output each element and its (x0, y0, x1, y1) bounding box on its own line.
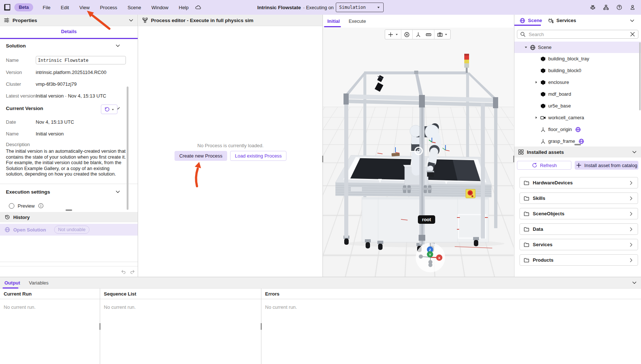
field-label: Date (6, 119, 36, 125)
translation-gizmo[interactable]: Z Y X (416, 243, 445, 272)
version-value: intrinsic.platform.20251104.RC00 (36, 70, 106, 75)
column-resize-handle[interactable] (261, 323, 262, 330)
undo-icon[interactable] (120, 269, 126, 275)
tab-label: Services (556, 18, 576, 23)
help-button[interactable] (614, 3, 624, 12)
info-icon[interactable] (38, 203, 44, 209)
gizmo-handle (429, 263, 433, 267)
solution-section-header[interactable]: Solution (0, 43, 138, 49)
collapse-panel-button[interactable] (629, 18, 635, 24)
viewport-right-resize-handle[interactable] (513, 156, 514, 162)
asset-category-data[interactable]: Data (520, 223, 638, 235)
restore-version-button[interactable] (101, 105, 117, 114)
video-camera-icon (540, 115, 546, 121)
assets-grid-icon (518, 149, 524, 155)
asset-category-products[interactable]: Products (520, 254, 638, 266)
workcell-scene[interactable]: Z Y X (323, 15, 514, 277)
panel-resize-handle[interactable] (66, 209, 72, 211)
folder-icon (524, 180, 529, 186)
asset-category-services[interactable]: Services (520, 239, 638, 250)
tab-details[interactable]: Details (0, 29, 138, 34)
create-new-process-button[interactable]: Create new Process (175, 151, 227, 161)
environment-dropdown[interactable]: Simulation (336, 3, 384, 12)
tree-node-floor-origin[interactable]: floor_origin (514, 124, 641, 135)
tree-node-ur5e-base[interactable]: ur5e_base (514, 100, 641, 112)
box-icon (540, 79, 546, 85)
frame-tool-icon[interactable] (415, 32, 421, 38)
tree-node-building-block-tray[interactable]: building_block_tray (514, 53, 641, 64)
menu-edit[interactable]: Edit (56, 3, 73, 12)
asset-category-hardwaredevices[interactable]: HardwareDevices (520, 177, 638, 188)
redo-icon[interactable] (130, 269, 135, 275)
resources-button[interactable] (601, 3, 611, 12)
ruler-icon[interactable] (426, 32, 432, 38)
install-asset-button[interactable]: Install asset from catalog (575, 161, 638, 170)
collapse-output-button[interactable] (631, 280, 637, 286)
execution-settings-header[interactable]: Execution settings (0, 189, 138, 195)
section-resize-handle[interactable] (574, 144, 581, 145)
scene-search-input[interactable]: Search (517, 30, 638, 39)
tab-services[interactable]: Services (546, 18, 578, 24)
gizmo-y-label: Y (429, 253, 431, 257)
account-button[interactable] (628, 3, 637, 12)
services-icon (548, 18, 554, 24)
menu-scene[interactable]: Scene (123, 3, 145, 12)
top-menubar: Beta File Edit View Process Scene Window… (0, 0, 641, 15)
deselect-button[interactable] (401, 30, 413, 39)
menu-process[interactable]: Process (95, 3, 121, 12)
tree-node-building-block0[interactable]: building_block0 (514, 65, 641, 76)
menu-window[interactable]: Window (147, 3, 173, 12)
add-object-button[interactable] (385, 30, 401, 39)
beta-badge: Beta (14, 3, 33, 11)
refresh-assets-button[interactable]: Refresh (517, 161, 571, 170)
camera-view-button[interactable] (434, 30, 450, 39)
chevron-down-icon (115, 189, 121, 195)
3d-viewport[interactable]: Z Y X Initial Execute (323, 15, 514, 277)
debug-button[interactable] (588, 3, 598, 12)
output-panel: Output Variables Current Run No current … (0, 277, 641, 364)
left-panel-scrollbar[interactable] (127, 86, 128, 210)
solution-title: Intrinsic Flowstate (257, 5, 301, 10)
cloud-sync-icon[interactable] (195, 4, 201, 10)
history-clock-icon (4, 214, 10, 220)
preview-option[interactable]: Preview (9, 203, 132, 209)
menu-help[interactable]: Help (175, 3, 193, 12)
tab-scene[interactable]: Scene (517, 18, 544, 24)
menu-file[interactable]: File (38, 3, 55, 12)
tab-output[interactable]: Output (0, 280, 25, 286)
search-icon (520, 31, 526, 37)
chevron-right-icon (628, 242, 634, 248)
tab-initial[interactable]: Initial (323, 15, 344, 28)
tab-execute[interactable]: Execute (344, 15, 370, 28)
menu-view[interactable]: View (75, 3, 94, 12)
column-resize-handle[interactable] (99, 323, 101, 330)
tab-variables[interactable]: Variables (25, 280, 53, 286)
clear-search-icon[interactable] (630, 31, 635, 37)
preview-radio[interactable] (9, 203, 14, 209)
empty-state: No current run. (261, 299, 641, 315)
history-entry-open-solution[interactable]: Open Solution Not undoable (0, 224, 138, 236)
installed-assets-title: Installed assets (527, 149, 564, 155)
tree-node-scene[interactable]: Scene (514, 42, 641, 53)
field-label: Latest version (6, 93, 36, 99)
refresh-label: Refresh (540, 163, 557, 168)
solution-name-input[interactable]: Intrinsic Flowstate (36, 56, 126, 64)
tree-node-mdf-board[interactable]: mdf_board (514, 88, 641, 100)
viewport-left-resize-handle[interactable] (322, 156, 323, 162)
field-row: Date Nov 4, 15:13 UTC (6, 119, 132, 125)
collapse-panel-button[interactable] (128, 17, 134, 23)
details-tabbar: Details (0, 26, 138, 39)
history-section-header[interactable]: History (0, 212, 138, 222)
history-title: History (13, 215, 30, 220)
expander-collapse[interactable] (522, 46, 530, 49)
right-panel-scrollbar[interactable] (639, 42, 641, 110)
expander-expand[interactable] (532, 116, 540, 119)
tree-node-enclosure[interactable]: enclosure (514, 77, 641, 88)
asset-category-skills[interactable]: Skills (520, 192, 638, 204)
load-existing-process-button[interactable]: Load existing Process (230, 151, 286, 161)
expander-expand[interactable] (532, 81, 540, 84)
tree-label: building_block_tray (548, 56, 589, 61)
tree-node-workcell-camera[interactable]: workcell_camera (514, 112, 641, 123)
asset-category-sceneobjects[interactable]: SceneObjects (520, 208, 638, 219)
installed-assets-header[interactable]: Installed assets (514, 146, 641, 158)
